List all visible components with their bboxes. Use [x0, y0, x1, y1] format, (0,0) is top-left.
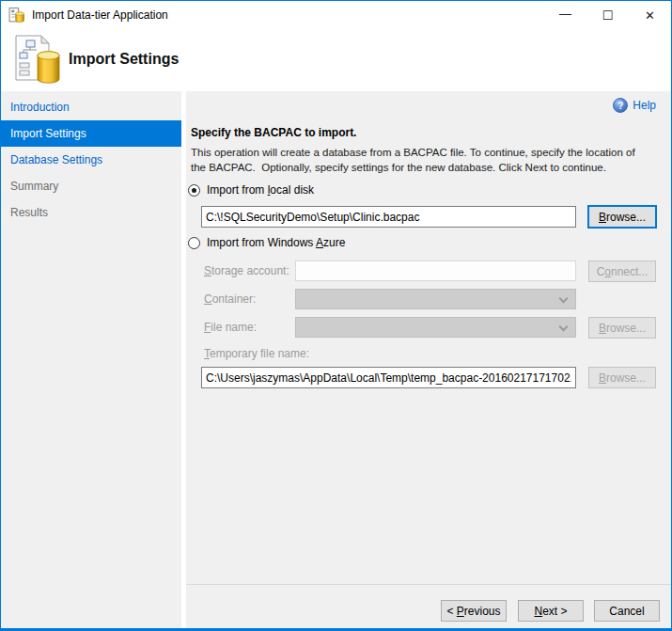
temporary-file-name-input[interactable]: [201, 367, 576, 388]
description-line-2: the BACPAC. Optionally, specify settings…: [191, 162, 606, 173]
cancel-button[interactable]: Cancel: [594, 600, 660, 622]
section-heading: Specify the BACPAC to import.: [191, 126, 356, 139]
sidebar-item-database-settings[interactable]: Database Settings: [1, 147, 181, 173]
radio-import-local-disk[interactable]: Import from local disk: [188, 183, 314, 197]
import-data-tier-application-dialog: Import Data-tier Application — ☐ ✕: [0, 0, 672, 631]
radio-button-icon: [188, 184, 200, 197]
browse-file-name-button: Browse...: [588, 317, 656, 339]
import-settings-icon: [12, 34, 63, 87]
help-label: Help: [633, 99, 656, 112]
connect-button: Connect...: [588, 260, 656, 282]
file-name-label: File name:: [204, 321, 257, 334]
app-icon: [8, 8, 24, 24]
wizard-header: Import Settings: [1, 29, 671, 91]
chevron-down-icon: [559, 323, 569, 332]
browse-bacpac-button[interactable]: Browse...: [587, 205, 657, 229]
storage-account-input: [295, 260, 576, 281]
storage-account-label: Storage account:: [204, 264, 289, 277]
temporary-file-name-label: Temporary file name:: [204, 347, 309, 360]
bacpac-path-input[interactable]: [201, 206, 576, 228]
container-dropdown: [295, 289, 576, 309]
window-controls: — ☐ ✕: [544, 1, 671, 29]
maximize-button[interactable]: ☐: [586, 1, 629, 29]
title-bar: Import Data-tier Application — ☐ ✕: [1, 1, 671, 29]
dialog-body: Introduction Import Settings Database Se…: [1, 91, 671, 628]
close-button[interactable]: ✕: [629, 1, 671, 29]
radio-button-icon: [188, 237, 200, 249]
sidebar-item-summary: Summary: [1, 173, 181, 199]
page-title: Import Settings: [69, 51, 179, 68]
wizard-steps-sidebar: Introduction Import Settings Database Se…: [1, 91, 181, 628]
minimize-button[interactable]: —: [544, 1, 586, 29]
browse-temporary-file-button: Browse...: [588, 367, 656, 388]
description-line-1: This operation will create a database fr…: [191, 147, 635, 158]
sidebar-item-introduction[interactable]: Introduction: [1, 94, 181, 120]
sidebar-item-import-settings[interactable]: Import Settings: [1, 120, 181, 147]
next-button[interactable]: Next >: [518, 600, 584, 622]
import-settings-panel: ? Help Specify the BACPAC to import. Thi…: [186, 91, 671, 628]
radio-local-label: Import from local disk: [207, 183, 314, 197]
previous-button[interactable]: < Previous: [441, 600, 507, 622]
help-icon: ?: [613, 98, 628, 113]
help-link[interactable]: ? Help: [613, 98, 656, 113]
sidebar-item-results: Results: [1, 199, 181, 226]
footer-divider: [186, 584, 671, 585]
radio-azure-label: Import from Windows Azure: [207, 236, 345, 249]
chevron-down-icon: [559, 294, 569, 304]
window-title: Import Data-tier Application: [32, 8, 168, 22]
container-label: Container:: [204, 292, 256, 306]
radio-import-windows-azure[interactable]: Import from Windows Azure: [188, 236, 345, 249]
file-name-dropdown: [295, 317, 576, 338]
